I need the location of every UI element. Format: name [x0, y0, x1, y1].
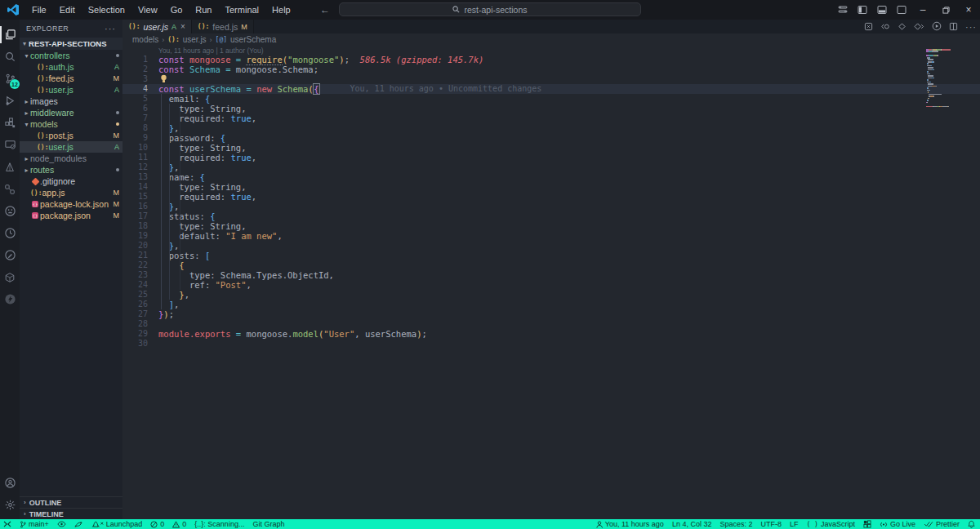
- code-line-16[interactable]: 16 },: [122, 202, 980, 211]
- container-icon[interactable]: [0, 266, 20, 288]
- code-line-1[interactable]: 1const mongoose = require("mongoose"); 5…: [122, 55, 980, 64]
- account-icon[interactable]: [0, 472, 20, 494]
- run-debug-icon[interactable]: [0, 90, 20, 112]
- menu-terminal[interactable]: Terminal: [220, 2, 265, 17]
- code-line-23[interactable]: 23 type: Schema.Types.ObjectId,: [122, 270, 980, 280]
- code-editor[interactable]: You, 11 hours ago | 1 author (You) 1cons…: [122, 46, 980, 519]
- status-utf-8[interactable]: UTF-8: [760, 520, 782, 528]
- code-line-25[interactable]: 25 },: [122, 290, 980, 300]
- tree-folder-models[interactable]: ▾models: [20, 118, 122, 130]
- code-line-4[interactable]: 4const userSchema = new Schema({You, 11 …: [122, 84, 980, 94]
- code-line-7[interactable]: 7 required: true,: [122, 113, 980, 123]
- tree-file-user-js[interactable]: ():user.jsA: [20, 141, 122, 153]
- code-line-14[interactable]: 14 type: String,: [122, 182, 980, 192]
- tree-file-package-json[interactable]: {}package.jsonM: [20, 210, 122, 221]
- status-launchpad[interactable]: Launchpad: [91, 520, 143, 528]
- breadcrumb-symbol[interactable]: userSchema: [230, 35, 276, 44]
- code-line-5[interactable]: 5 email: {: [122, 94, 980, 104]
- status-scanning[interactable]: {..}: Scanning...: [194, 520, 244, 528]
- breadcrumb-folder[interactable]: models: [132, 35, 158, 44]
- open-changes-icon[interactable]: [880, 20, 890, 34]
- tree-file--gitignore[interactable]: .gitignore: [20, 176, 122, 187]
- breadcrumb-file[interactable]: user.js: [183, 35, 207, 44]
- tab-feed-js[interactable]: ():feed.jsM: [192, 20, 254, 33]
- customize-layout-icon[interactable]: [833, 0, 853, 20]
- code-line-18[interactable]: 18 type: String,: [122, 221, 980, 231]
- status-javascript[interactable]: ( )JavaScript: [806, 520, 854, 528]
- bird-icon[interactable]: [74, 521, 82, 528]
- status-you-11-hours-ago[interactable]: You, 11 hours ago: [596, 520, 664, 528]
- menu-selection[interactable]: Selection: [82, 2, 131, 17]
- status-main[interactable]: main+: [20, 520, 49, 528]
- code-line-8[interactable]: 8 },: [122, 123, 980, 133]
- status-0[interactable]: 0: [172, 520, 186, 528]
- previous-revision-icon[interactable]: [898, 20, 906, 34]
- code-line-2[interactable]: 2const Schema = mongoose.Schema;: [122, 64, 980, 74]
- code-line-28[interactable]: 28: [122, 319, 980, 329]
- command-center-search[interactable]: rest-api-sections: [339, 2, 641, 16]
- github-icon[interactable]: [0, 200, 20, 222]
- status-go-live[interactable]: Go Live: [880, 520, 915, 528]
- tree-file-post-js[interactable]: ():post.jsM: [20, 130, 122, 141]
- status-git-graph[interactable]: Git Graph: [252, 520, 284, 528]
- explorer-more-actions-icon[interactable]: ···: [105, 24, 116, 33]
- eye-icon[interactable]: [57, 521, 66, 527]
- toggle-secondary-sidebar-icon[interactable]: [892, 0, 911, 20]
- status-spaces-2[interactable]: Spaces: 2: [719, 520, 752, 528]
- menu-help[interactable]: Help: [266, 2, 296, 17]
- toggle-sidebar-icon[interactable]: [853, 0, 872, 20]
- code-line-22[interactable]: 22 {: [122, 260, 980, 270]
- tab-user-js[interactable]: ():user.jsA×: [122, 20, 192, 33]
- remote-icon[interactable]: [3, 521, 11, 527]
- status-0[interactable]: 0: [150, 520, 164, 528]
- references-icon[interactable]: [0, 178, 20, 200]
- more-actions-icon[interactable]: ···: [965, 22, 977, 32]
- tree-folder-middleware[interactable]: ▸middleware: [20, 107, 122, 118]
- status-prettier[interactable]: Prettier: [924, 520, 960, 528]
- code-line-21[interactable]: 21 posts: [: [122, 251, 980, 260]
- code-line-15[interactable]: 15 required: true,: [122, 192, 980, 202]
- source-control-icon[interactable]: 12: [0, 68, 20, 90]
- remote-explorer-icon[interactable]: [0, 134, 20, 156]
- status-ln-4-col-32[interactable]: Ln 4, Col 32: [672, 520, 712, 528]
- code-line-9[interactable]: 9 password: {: [122, 133, 980, 143]
- code-line-13[interactable]: 13 name: {: [122, 172, 980, 182]
- code-line-6[interactable]: 6 type: String,: [122, 104, 980, 113]
- restore-button[interactable]: [934, 0, 957, 20]
- minimap[interactable]: [926, 49, 956, 110]
- code-line-3[interactable]: 3: [122, 74, 980, 84]
- menu-run[interactable]: Run: [189, 2, 217, 17]
- grid-icon[interactable]: [863, 520, 871, 528]
- close-window-button[interactable]: ×: [957, 0, 980, 20]
- toggle-panel-icon[interactable]: [872, 0, 892, 20]
- status-lf[interactable]: LF: [790, 520, 799, 528]
- tree-folder-node-modules[interactable]: ▸node_modules: [20, 153, 122, 164]
- menu-file[interactable]: File: [26, 2, 52, 17]
- gitlens-blame-icon[interactable]: [864, 20, 873, 34]
- search-icon[interactable]: [0, 46, 20, 68]
- run-code-icon[interactable]: [932, 20, 942, 34]
- tree-folder-images[interactable]: ▸images: [20, 96, 122, 107]
- settings-gear-icon[interactable]: [0, 494, 20, 516]
- tree-file-app-js[interactable]: ():app.jsM: [20, 187, 122, 198]
- code-line-29[interactable]: 29module.exports = mongoose.model("User"…: [122, 329, 980, 339]
- menu-view[interactable]: View: [132, 2, 163, 17]
- nav-back-button[interactable]: ←: [320, 4, 330, 16]
- tree-folder-controllers[interactable]: ▾controllers: [20, 50, 122, 61]
- timeline-section[interactable]: ›TIMELINE: [20, 508, 122, 519]
- code-line-10[interactable]: 10 type: String,: [122, 143, 980, 153]
- code-line-11[interactable]: 11 required: true,: [122, 153, 980, 162]
- extensions-icon[interactable]: [0, 112, 20, 134]
- code-line-17[interactable]: 17 status: {: [122, 211, 980, 221]
- thunder-client-icon[interactable]: [0, 288, 20, 310]
- tree-file-package-lock-json[interactable]: {}package-lock.jsonM: [20, 198, 122, 210]
- minimize-button[interactable]: –: [911, 0, 934, 20]
- edit-session-icon[interactable]: [0, 244, 20, 266]
- time-icon[interactable]: [0, 222, 20, 244]
- code-line-12[interactable]: 12 },: [122, 162, 980, 172]
- code-line-24[interactable]: 24 ref: "Post",: [122, 280, 980, 290]
- tree-file-auth-js[interactable]: ():auth.jsA: [20, 61, 122, 73]
- code-line-19[interactable]: 19 default: "I am new",: [122, 231, 980, 241]
- tree-file-user-js[interactable]: ():user.jsA: [20, 84, 122, 96]
- menu-go[interactable]: Go: [165, 2, 189, 17]
